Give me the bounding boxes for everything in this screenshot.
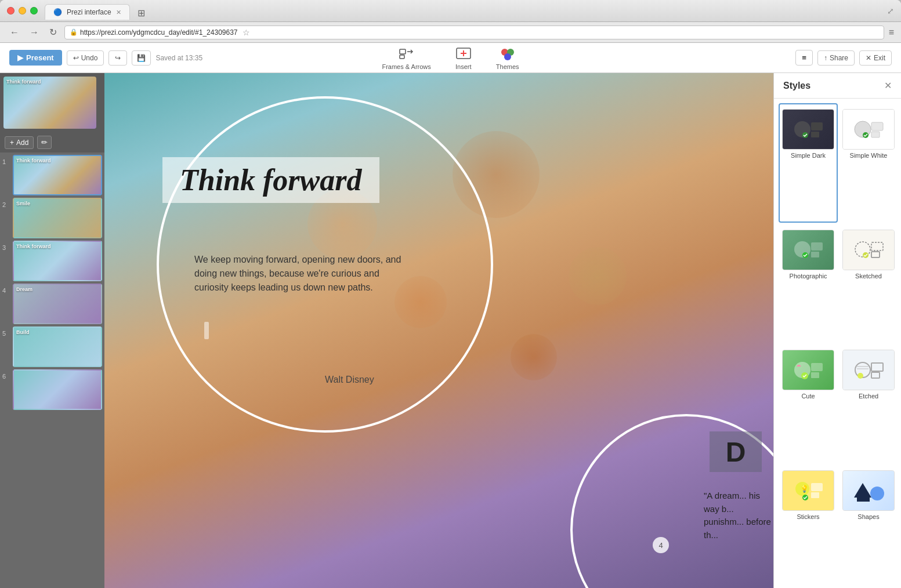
theme-preview-cute bbox=[782, 350, 834, 390]
slide-body-text[interactable]: We keep moving forward, opening new door… bbox=[194, 253, 403, 295]
theme-simple-white[interactable]: Simple White bbox=[839, 103, 898, 223]
svg-rect-37 bbox=[811, 492, 819, 498]
insert-button[interactable]: Insert bbox=[454, 46, 473, 70]
undo-button[interactable]: ↩ Undo bbox=[67, 50, 104, 66]
add-slide-button[interactable]: + Add bbox=[5, 136, 34, 149]
svg-point-40 bbox=[870, 487, 884, 500]
insert-label: Insert bbox=[455, 63, 472, 70]
app-container: ▶ Present ↩ Undo ↪ 💾 Saved at 13:35 bbox=[0, 43, 901, 588]
svg-rect-21 bbox=[871, 242, 883, 251]
svg-rect-9 bbox=[811, 122, 823, 130]
slide-preview-3[interactable]: Think forward bbox=[13, 241, 102, 281]
exit-button[interactable]: ✕ Exit bbox=[859, 50, 892, 66]
svg-rect-22 bbox=[871, 252, 880, 257]
slide-preview-6[interactable] bbox=[13, 369, 102, 410]
slide-label-4: Dream bbox=[16, 286, 32, 292]
refresh-button[interactable]: ↻ bbox=[46, 26, 60, 39]
svg-text:💡: 💡 bbox=[800, 484, 809, 493]
slide-num-2: 2 bbox=[2, 201, 10, 208]
slide-preview-2[interactable]: Smile bbox=[13, 198, 102, 238]
list-item[interactable]: 1 Think forward bbox=[2, 155, 102, 195]
address-input[interactable]: 🔒 https://prezi.com/ydgmcdcu_day/edit/#1… bbox=[64, 26, 884, 39]
browser-menu-icon[interactable]: ≡ bbox=[889, 27, 894, 38]
svg-point-33 bbox=[857, 373, 863, 379]
theme-preview-simple-white bbox=[842, 109, 895, 150]
dream-text: "A dream... his way b... punishm... befo… bbox=[704, 489, 773, 542]
frames-arrows-button[interactable]: Frames & Arrows bbox=[382, 46, 430, 70]
top-thumbnail: Think forward bbox=[3, 77, 96, 129]
redo-button[interactable]: ↪ bbox=[108, 50, 127, 66]
close-button[interactable] bbox=[7, 7, 15, 14]
toolbar-left: ▶ Present ↩ Undo ↪ 💾 Saved at 13:35 bbox=[9, 50, 202, 66]
tab-close-icon[interactable]: ✕ bbox=[116, 9, 121, 16]
browser-tab[interactable]: 🔵 Prezi interface ✕ bbox=[45, 4, 130, 20]
themes-button[interactable]: Themes bbox=[496, 46, 519, 70]
themes-grid: Simple Dark bbox=[774, 99, 901, 588]
insert-icon bbox=[454, 46, 473, 62]
theme-label-stickers: Stickers bbox=[797, 513, 819, 520]
minimize-button[interactable] bbox=[19, 7, 26, 14]
svg-rect-30 bbox=[871, 372, 880, 378]
menu-icon: ≡ bbox=[802, 53, 806, 62]
svg-rect-36 bbox=[811, 483, 823, 491]
svg-rect-10 bbox=[811, 132, 819, 137]
slide-thumb-4: Dream bbox=[13, 284, 102, 324]
undo-icon: ↩ bbox=[73, 54, 79, 62]
theme-preview-etched bbox=[842, 350, 895, 390]
save-button[interactable]: 💾 bbox=[132, 50, 151, 66]
slide-preview-4[interactable]: Dream bbox=[13, 284, 102, 324]
slide-thumb-5: Build bbox=[13, 326, 102, 367]
list-item[interactable]: 5 Build bbox=[2, 326, 102, 367]
canvas-area[interactable]: Think forward We keep moving forward, op… bbox=[104, 73, 773, 588]
slide-preview-5[interactable]: Build bbox=[13, 326, 102, 367]
slide-author-text[interactable]: Walt Disney bbox=[325, 375, 374, 385]
theme-shapes[interactable]: Shapes bbox=[839, 464, 898, 584]
theme-label-simple-white: Simple White bbox=[850, 152, 888, 159]
theme-sketched[interactable]: Sketched bbox=[839, 224, 898, 343]
panel-resize-handle[interactable] bbox=[204, 322, 209, 339]
list-item[interactable]: 3 Think forward bbox=[2, 241, 102, 281]
saved-status: Saved at 13:35 bbox=[155, 54, 202, 62]
slide-list: 1 Think forward 2 Smile bbox=[0, 153, 104, 588]
slide-label-3: Think forward bbox=[16, 244, 51, 249]
slide-thumb-6 bbox=[13, 369, 102, 410]
theme-photographic[interactable]: Photographic bbox=[779, 224, 838, 343]
slide-label-2: Smile bbox=[16, 201, 30, 206]
styles-close-button[interactable]: ✕ bbox=[884, 80, 892, 91]
cute-preview-inner bbox=[783, 350, 834, 390]
theme-label-photographic: Photographic bbox=[790, 273, 827, 280]
bokeh-5 bbox=[569, 247, 627, 305]
forward-button[interactable]: → bbox=[27, 26, 42, 39]
share-button[interactable]: ↑ Share bbox=[817, 50, 855, 66]
etched-preview-inner bbox=[843, 350, 894, 390]
slide-thumb-2: Smile bbox=[13, 198, 102, 238]
slide-number-badge: 4 bbox=[653, 537, 669, 553]
new-tab-button[interactable]: ⊞ bbox=[135, 6, 148, 20]
slide-panel: Think forward + Add ✏ 1 bbox=[0, 73, 104, 588]
slide-label-5: Build bbox=[16, 329, 30, 335]
tab-icon: 🔵 bbox=[53, 8, 62, 16]
svg-rect-41 bbox=[857, 495, 870, 502]
exit-icon: ✕ bbox=[866, 54, 871, 62]
browser-buttons bbox=[7, 7, 38, 14]
theme-stickers[interactable]: 💡 Stickers bbox=[779, 464, 838, 584]
list-item[interactable]: 4 Dream bbox=[2, 284, 102, 324]
present-button[interactable]: ▶ Present bbox=[9, 50, 62, 66]
pen-button[interactable]: ✏ bbox=[37, 136, 52, 149]
list-item[interactable]: 6 bbox=[2, 369, 102, 410]
svg-rect-0 bbox=[400, 49, 406, 54]
dream-letter: D bbox=[726, 436, 746, 468]
menu-button[interactable]: ≡ bbox=[795, 50, 813, 66]
styles-panel: Styles ✕ bbox=[773, 73, 901, 588]
star-icon[interactable]: ☆ bbox=[243, 28, 250, 37]
maximize-button[interactable] bbox=[30, 7, 38, 14]
theme-cute[interactable]: Cute bbox=[779, 344, 838, 463]
svg-rect-14 bbox=[871, 132, 880, 137]
back-button[interactable]: ← bbox=[7, 26, 22, 39]
list-item[interactable]: 2 Smile bbox=[2, 198, 102, 238]
theme-etched[interactable]: Etched bbox=[839, 344, 898, 463]
browser-window: 🔵 Prezi interface ✕ ⊞ ⤢ ← → ↻ 🔒 https://… bbox=[0, 0, 901, 588]
slide-preview-1[interactable]: Think forward bbox=[13, 155, 102, 195]
theme-simple-dark[interactable]: Simple Dark bbox=[779, 103, 838, 223]
slide-title[interactable]: Think forward bbox=[162, 157, 379, 203]
